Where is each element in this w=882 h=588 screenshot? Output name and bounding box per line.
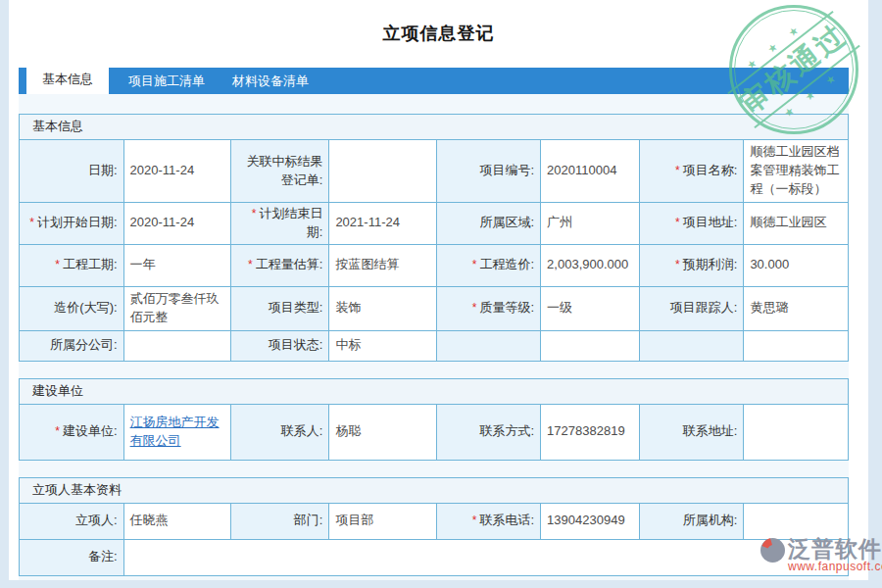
field-label: 项目编号: bbox=[436, 140, 541, 203]
field-label: 项目状态: bbox=[230, 330, 329, 361]
field-label: 项目类型: bbox=[230, 286, 329, 330]
required-asterisk: * bbox=[29, 216, 34, 229]
field-label-text: 部门: bbox=[294, 513, 323, 527]
field-value: 项目部 bbox=[329, 503, 436, 539]
field-label: 项目跟踪人: bbox=[639, 286, 744, 330]
required-asterisk: * bbox=[248, 258, 253, 271]
field-label-text: 工程造价: bbox=[479, 257, 534, 271]
required-asterisk: * bbox=[55, 424, 60, 438]
section-basic-info: 基本信息 日期: 2020-11-24 关联中标结果登记单: 项目编号: 202… bbox=[19, 114, 849, 362]
field-value bbox=[744, 404, 849, 460]
field-value: 江扬房地产开发有限公司 bbox=[123, 404, 230, 460]
table-row: *计划开始日期: 2020-11-24 *计划结束日期: 2021-11-24 … bbox=[20, 203, 849, 245]
required-asterisk: * bbox=[252, 207, 257, 220]
field-label-text: 备注: bbox=[88, 549, 118, 564]
field-value: 13904230949 bbox=[541, 503, 640, 539]
field-value: 17278382819 bbox=[541, 404, 640, 460]
field-label: 备注: bbox=[20, 539, 124, 575]
field-label: 造价(大写): bbox=[20, 286, 124, 330]
tab-bar: 基本信息 项目施工清单 材料设备清单 bbox=[19, 68, 849, 94]
field-label-text: 联系人: bbox=[281, 423, 323, 438]
field-value: 顺德工业园区 bbox=[744, 203, 849, 245]
field-label: 部门: bbox=[230, 503, 329, 539]
required-asterisk: * bbox=[472, 514, 477, 527]
fanpu-logo-icon bbox=[760, 537, 786, 564]
section-construction-unit-title: 建设单位 bbox=[19, 378, 849, 404]
table-row: 造价(大写): 贰佰万零叁仟玖佰元整 项目类型: 装饰 *质量等级: 一级 项目… bbox=[20, 286, 849, 330]
field-value: 2020-11-24 bbox=[123, 140, 230, 203]
remark-value bbox=[123, 539, 848, 575]
field-label-text: 工程量估算: bbox=[256, 257, 323, 271]
field-value: 2,003,900.000 bbox=[541, 244, 640, 286]
fanpu-logo-url: www.fanpusoft.com bbox=[788, 561, 882, 573]
field-value: 杨聪 bbox=[329, 404, 436, 460]
field-label: *工程工期: bbox=[20, 244, 124, 286]
field-label-text: 联系电话: bbox=[479, 513, 534, 527]
tab-material-equipment-list[interactable]: 材料设备清单 bbox=[219, 68, 322, 94]
basic-info-table: 日期: 2020-11-24 关联中标结果登记单: 项目编号: 20201100… bbox=[19, 139, 849, 362]
field-label-text: 造价(大写): bbox=[54, 300, 117, 315]
field-label: 立项人: bbox=[20, 503, 124, 539]
field-label-text: 所属分公司: bbox=[50, 337, 118, 352]
field-label-text: 项目跟踪人: bbox=[670, 300, 738, 315]
field-value: 2021-11-24 bbox=[329, 203, 436, 245]
field-label bbox=[639, 330, 744, 361]
field-label: 关联中标结果登记单: bbox=[230, 140, 329, 203]
field-label-text: 项目编号: bbox=[479, 163, 534, 177]
field-value: 一年 bbox=[123, 244, 230, 286]
field-value bbox=[329, 140, 436, 203]
required-asterisk: * bbox=[675, 164, 680, 177]
fanpu-logo-name: 泛普软件 bbox=[788, 537, 882, 561]
field-label-text: 工程工期: bbox=[63, 257, 118, 271]
required-asterisk: * bbox=[472, 301, 477, 315]
field-label-text: 计划开始日期: bbox=[37, 215, 118, 229]
field-label bbox=[436, 330, 541, 361]
section-basic-info-title: 基本信息 bbox=[19, 114, 849, 139]
field-label-text: 联系方式: bbox=[479, 423, 534, 438]
table-row: 日期: 2020-11-24 关联中标结果登记单: 项目编号: 20201100… bbox=[20, 140, 849, 203]
applicant-info-table: 立项人: 任晓燕 部门: 项目部 *联系电话: 13904230949 所属机构… bbox=[19, 503, 849, 576]
table-row: 立项人: 任晓燕 部门: 项目部 *联系电话: 13904230949 所属机构… bbox=[20, 503, 849, 539]
field-value: 任晓燕 bbox=[123, 503, 230, 539]
field-value: 一级 bbox=[541, 286, 640, 330]
field-label-text: 所属机构: bbox=[683, 513, 738, 527]
section-construction-unit: 建设单位 *建设单位: 江扬房地产开发有限公司 联系人: 杨聪 联系方式: 17… bbox=[19, 378, 849, 461]
field-label-text: 联系地址: bbox=[683, 423, 738, 438]
field-label-text: 质量等级: bbox=[479, 300, 534, 315]
field-value bbox=[744, 330, 849, 361]
table-row: *工程工期: 一年 *工程量估算: 按蓝图结算 *工程造价: 2,003,900… bbox=[20, 244, 849, 286]
tab-project-construction-list[interactable]: 项目施工清单 bbox=[115, 68, 219, 94]
table-row: 备注: bbox=[20, 539, 849, 575]
field-value-project-name: 顺德工业园区档案管理精装饰工程（一标段） bbox=[744, 140, 849, 203]
field-label: *质量等级: bbox=[436, 286, 541, 330]
field-label: 联系方式: bbox=[436, 404, 541, 460]
field-label: *计划开始日期: bbox=[20, 203, 124, 245]
field-label-text: 项目类型: bbox=[269, 300, 323, 315]
field-label-text: 建设单位: bbox=[63, 423, 118, 438]
field-label: *工程量估算: bbox=[230, 244, 329, 286]
fanpu-logo-text: 泛普软件 www.fanpusoft.com bbox=[788, 537, 882, 573]
field-label: 所属区域: bbox=[436, 203, 541, 245]
required-asterisk: * bbox=[675, 258, 680, 271]
tab-basic-info[interactable]: 基本信息 bbox=[26, 65, 109, 94]
field-label-text: 立项人: bbox=[75, 513, 118, 527]
fanpu-logo: 泛普软件 www.fanpusoft.com bbox=[760, 537, 882, 573]
field-value: 广州 bbox=[541, 203, 640, 245]
field-label-text: 项目地址: bbox=[683, 215, 738, 229]
field-value: 中标 bbox=[329, 330, 436, 361]
field-label: 日期: bbox=[20, 140, 124, 203]
field-label: *联系电话: bbox=[436, 503, 541, 539]
field-value: 黄思璐 bbox=[744, 286, 849, 330]
field-label-text: 关联中标结果登记单: bbox=[246, 154, 322, 187]
required-asterisk: * bbox=[675, 216, 680, 229]
section-applicant-info: 立项人基本资料 立项人: 任晓燕 部门: 项目部 *联系电话: 13904230… bbox=[19, 477, 849, 576]
section-applicant-info-title: 立项人基本资料 bbox=[19, 477, 849, 503]
field-label: 联系人: bbox=[230, 404, 329, 460]
field-label: *计划结束日期: bbox=[230, 203, 329, 245]
construction-unit-link[interactable]: 江扬房地产开发有限公司 bbox=[130, 415, 220, 448]
table-row: *建设单位: 江扬房地产开发有限公司 联系人: 杨聪 联系方式: 1727838… bbox=[20, 404, 849, 460]
field-value: 2020-11-24 bbox=[123, 203, 230, 245]
field-label-text: 项目状态: bbox=[269, 337, 323, 352]
field-value bbox=[123, 330, 230, 361]
field-label-text: 项目名称: bbox=[683, 163, 738, 177]
